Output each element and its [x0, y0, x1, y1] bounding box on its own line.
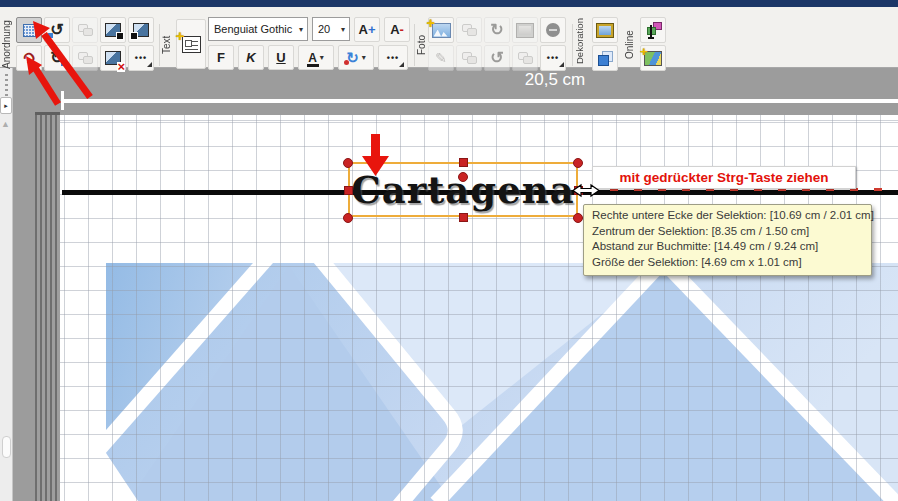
- rotate-photo-icon: ↺: [490, 51, 503, 65]
- group-icon: [78, 24, 93, 36]
- add-map-icon: [644, 51, 662, 66]
- image-position-alt-button[interactable]: [128, 17, 154, 43]
- main-toolbar: Anordnung ↺ Ɔ ↻ ••• Text Benguiat Gothic…: [0, 7, 898, 68]
- add-photo-icon: [432, 23, 451, 38]
- ungroup-icon: [78, 52, 93, 64]
- ungroup-button[interactable]: [72, 45, 98, 71]
- rotate-left-icon: ↺: [50, 23, 63, 37]
- font-family-select[interactable]: Benguiat Gothic ▾: [208, 17, 308, 41]
- text-effect-button[interactable]: ↻: [338, 45, 374, 70]
- chevron-down-icon: ▾: [295, 25, 307, 34]
- more-icon: •••: [387, 53, 399, 63]
- tutorial-hint-label: mit gedrückter Strg-Taste ziehen: [592, 166, 856, 189]
- font-size-increase-button[interactable]: A+: [354, 17, 380, 42]
- scroll-up-icon[interactable]: ▲: [1, 119, 10, 129]
- photobook-editor-window: { "toolbar": { "more_label": "•••", "ano…: [0, 0, 898, 501]
- framed-picture-button[interactable]: [592, 17, 618, 43]
- splitter-grip-icon[interactable]: [5, 74, 8, 96]
- shapes-button[interactable]: [592, 45, 618, 71]
- foto-more-button[interactable]: •••: [540, 45, 566, 71]
- add-clone-icon: [462, 52, 477, 64]
- workspace-margin: [13, 115, 35, 501]
- edit-photo-button[interactable]: ✎: [428, 45, 454, 71]
- page-width-label: 20,5 cm: [470, 70, 640, 90]
- group-label-dekoration: Dekoration: [574, 13, 586, 69]
- clone-photo-icon: [462, 24, 477, 36]
- anordnung-more-button[interactable]: •••: [128, 45, 154, 71]
- text-more-button[interactable]: •••: [378, 45, 408, 70]
- titlebar: [0, 0, 898, 7]
- shapes-icon: [598, 51, 613, 66]
- redo-photo-icon: ↻: [490, 23, 503, 37]
- selection-tooltip: Rechte untere Ecke der Selektion: [10.69…: [583, 204, 872, 276]
- photo-frame-icon: [517, 24, 533, 37]
- image-delete-button[interactable]: [100, 45, 126, 71]
- rotate-photo-button[interactable]: ↺: [484, 45, 510, 71]
- group-label-anordnung: Anordnung: [1, 17, 13, 73]
- add-text-frame-icon: [182, 36, 201, 53]
- add-clone-button[interactable]: [456, 45, 482, 71]
- more-icon: •••: [547, 53, 559, 63]
- handle-bottom-left[interactable]: [343, 213, 353, 223]
- align-grid-icon: [23, 24, 36, 37]
- tooltip-line: Zentrum der Selektion: [8.35 cm / 1.50 c…: [592, 224, 863, 240]
- handle-top-right[interactable]: [573, 158, 583, 168]
- add-map-button[interactable]: [640, 45, 666, 71]
- tooltip-line: Größe der Selektion: [4.69 cm x 1.01 cm]: [592, 255, 863, 271]
- image-position-icon: [105, 23, 121, 37]
- perspective-icon: [518, 52, 533, 64]
- italic-button[interactable]: K: [238, 45, 264, 70]
- clone-photo-button[interactable]: [456, 17, 482, 43]
- chevron-down-icon: ▾: [337, 25, 349, 34]
- handle-bottom-right[interactable]: [573, 213, 583, 223]
- photo-mask-button[interactable]: [540, 17, 566, 43]
- panel-expand-button[interactable]: ▸: [0, 97, 12, 114]
- group-label-online: Online: [624, 17, 636, 73]
- scrollbar-thumb[interactable]: [2, 436, 11, 458]
- font-size-value: 20: [318, 23, 330, 35]
- underline-button[interactable]: U: [268, 45, 294, 70]
- photo-frame-button[interactable]: [512, 17, 538, 43]
- ruler-band: [13, 67, 898, 115]
- add-text-frame-button[interactable]: [176, 19, 206, 69]
- more-icon: •••: [135, 53, 147, 63]
- group-button[interactable]: [72, 17, 98, 43]
- photo-mask-icon: [546, 23, 560, 37]
- rotate-left-button[interactable]: ↺: [44, 17, 70, 43]
- handle-middle-left[interactable]: [344, 186, 353, 195]
- redo-photo-button[interactable]: ↻: [484, 17, 510, 43]
- group-label-text: Text: [161, 17, 173, 73]
- image-position-button[interactable]: [100, 17, 126, 43]
- font-size-select[interactable]: 20 ▾: [312, 17, 350, 41]
- snap-magnet-button[interactable]: Ɔ: [16, 45, 42, 71]
- font-color-button[interactable]: A: [298, 45, 334, 70]
- perspective-button[interactable]: [512, 45, 538, 71]
- add-photo-button[interactable]: [428, 17, 454, 43]
- font-family-value: Benguiat Gothic: [214, 23, 292, 35]
- tooltip-line: Abstand zur Buchmitte: [14.49 cm / 9.24 …: [592, 239, 863, 255]
- font-color-icon: A: [308, 53, 317, 63]
- handle-top-left[interactable]: [343, 158, 353, 168]
- handle-bottom-center[interactable]: [459, 213, 468, 222]
- text-effect-icon: ↻: [346, 51, 359, 65]
- image-delete-icon: [105, 51, 121, 65]
- handle-middle-right[interactable]: [574, 186, 583, 195]
- rotation-handle[interactable]: [458, 172, 468, 182]
- book-spine: [35, 112, 60, 501]
- image-position-alt-icon: [133, 23, 149, 37]
- rotate-right-button[interactable]: ↻: [44, 45, 70, 71]
- framed-picture-icon: [597, 24, 613, 37]
- align-grid-button[interactable]: [16, 17, 42, 43]
- rotate-right-icon: ↻: [50, 51, 63, 65]
- handle-top-center[interactable]: [459, 158, 468, 167]
- edit-photo-icon: ✎: [435, 50, 447, 66]
- snap-magnet-icon: Ɔ: [20, 49, 37, 67]
- ruler-dimension-line: [62, 99, 898, 103]
- tooltip-line: Rechte untere Ecke der Selektion: [10.69…: [592, 208, 863, 224]
- text-object-selection-frame[interactable]: Cartagena: [348, 162, 578, 217]
- map-pin-button[interactable]: [640, 17, 666, 43]
- map-pin-icon: [646, 22, 661, 38]
- bold-button[interactable]: F: [208, 45, 234, 70]
- font-size-decrease-button[interactable]: A-: [384, 17, 410, 42]
- left-panel-splitter[interactable]: ▸ ▲: [0, 67, 13, 501]
